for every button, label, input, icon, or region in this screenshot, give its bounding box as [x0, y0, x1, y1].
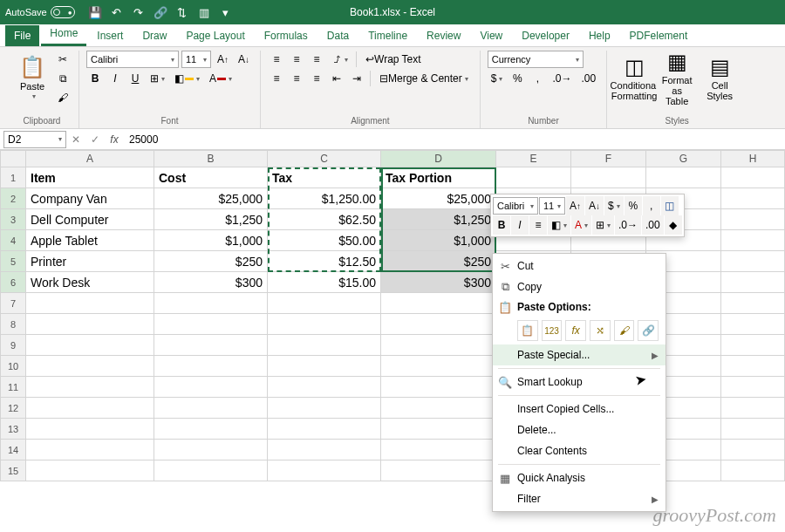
shrink-font-button[interactable]: A↓	[235, 51, 253, 68]
mini-clear[interactable]: ◆	[665, 215, 682, 235]
tab-formulas[interactable]: Formulas	[256, 25, 317, 46]
cell-D10[interactable]	[381, 356, 496, 377]
link-icon[interactable]: 🔗	[151, 3, 170, 22]
cell-A7[interactable]	[26, 293, 154, 314]
cell-A14[interactable]	[26, 440, 154, 460]
cell-A1[interactable]: Item	[26, 167, 154, 188]
conditional-formatting-button[interactable]: ◫Conditional Formatting	[614, 51, 654, 106]
tab-help[interactable]: Help	[580, 25, 619, 46]
cell-B12[interactable]	[154, 398, 268, 419]
cell-H10[interactable]	[721, 356, 785, 377]
number-format-select[interactable]: Currency▾	[488, 51, 584, 68]
cell-D6[interactable]: $300	[381, 272, 496, 293]
paste-button[interactable]: 📋Paste▾	[12, 51, 52, 106]
cell-A11[interactable]	[26, 377, 154, 398]
name-box[interactable]: D2▾	[3, 131, 66, 148]
autosave-toggle[interactable]: AutoSave ●	[5, 6, 75, 18]
format-painter-button[interactable]: 🖌	[54, 89, 72, 106]
redo-icon[interactable]: ↷	[129, 3, 148, 22]
tab-timeline[interactable]: Timeline	[359, 25, 416, 46]
cancel-formula-button[interactable]: ✕	[66, 133, 85, 146]
cell-C1[interactable]: Tax	[268, 167, 381, 188]
orientation-button[interactable]: ⭜▾	[328, 51, 352, 68]
col-header-F[interactable]: F	[571, 150, 646, 167]
cell-C7[interactable]	[268, 293, 381, 314]
cell-C13[interactable]	[268, 419, 381, 440]
mini-size-select[interactable]: 11▾	[539, 197, 565, 215]
cell-H13[interactable]	[721, 419, 785, 440]
decrease-decimal-button[interactable]: .00	[577, 70, 599, 87]
context-quick-analysis[interactable]: ▦Quick Analysis	[493, 467, 666, 488]
increase-decimal-button[interactable]: .0→	[549, 70, 575, 87]
align-middle-button[interactable]: ≡	[288, 51, 305, 68]
cell-H12[interactable]	[721, 398, 785, 419]
mini-comma[interactable]: ,	[643, 196, 660, 215]
cell-B15[interactable]	[154, 460, 268, 481]
font-size-select[interactable]: 11▾	[181, 51, 211, 68]
mini-percent[interactable]: %	[625, 196, 642, 215]
cell-C12[interactable]	[268, 398, 381, 419]
col-header-D[interactable]: D	[381, 150, 496, 167]
tab-view[interactable]: View	[471, 25, 511, 46]
cell-D2[interactable]: $25,000	[381, 188, 496, 209]
context-clear-contents[interactable]: Clear Contents	[493, 440, 666, 461]
cell-C15[interactable]	[268, 460, 381, 481]
percent-button[interactable]: %	[509, 70, 526, 87]
tab-home[interactable]: Home	[41, 23, 86, 46]
mini-align[interactable]: ≡	[529, 215, 547, 235]
mini-italic[interactable]: I	[511, 215, 529, 235]
paste-formatting-icon[interactable]: 🖌	[614, 320, 635, 341]
cell-B6[interactable]: $300	[154, 272, 268, 293]
cell-H14[interactable]	[721, 440, 785, 460]
cell-D13[interactable]	[381, 419, 496, 440]
cell-D5[interactable]: $250	[381, 251, 496, 272]
paste-link-icon[interactable]: 🔗	[638, 320, 659, 341]
cell-H3[interactable]	[721, 209, 785, 230]
cell-H8[interactable]	[721, 314, 785, 335]
comma-button[interactable]: ,	[529, 70, 546, 87]
row-header-4[interactable]: 4	[0, 230, 26, 251]
context-smart-lookup[interactable]: 🔍Smart Lookup	[493, 372, 666, 392]
col-header-H[interactable]: H	[721, 150, 785, 167]
cell-A9[interactable]	[26, 335, 154, 356]
cell-A10[interactable]	[26, 356, 154, 377]
grow-font-button[interactable]: A↑	[214, 51, 232, 68]
cell-H4[interactable]	[721, 230, 785, 251]
row-header-8[interactable]: 8	[0, 314, 26, 335]
mini-font-color[interactable]: A▾	[571, 215, 591, 235]
more-icon[interactable]: ▾	[216, 3, 236, 22]
cell-H15[interactable]	[721, 460, 785, 481]
row-header-15[interactable]: 15	[0, 460, 26, 481]
paste-all-icon[interactable]: 📋	[517, 320, 538, 341]
cell-A15[interactable]	[26, 460, 154, 481]
decrease-indent-button[interactable]: ⇤	[328, 70, 345, 87]
row-header-1[interactable]: 1	[0, 167, 26, 188]
cell-styles-button[interactable]: ▤Cell Styles	[700, 51, 740, 106]
row-header-7[interactable]: 7	[0, 293, 26, 314]
cell-C3[interactable]: $62.50	[268, 209, 381, 230]
cell-B1[interactable]: Cost	[154, 167, 268, 188]
row-header-6[interactable]: 6	[0, 272, 26, 293]
border-button[interactable]: ⊞▾	[147, 70, 168, 87]
underline-button[interactable]: U	[126, 70, 144, 87]
cell-B7[interactable]	[154, 293, 268, 314]
cell-D1[interactable]: Tax Portion	[381, 167, 496, 188]
row-header-13[interactable]: 13	[0, 419, 26, 440]
tab-data[interactable]: Data	[318, 25, 358, 46]
cell-D4[interactable]: $1,000	[381, 230, 496, 251]
context-delete[interactable]: Delete...	[493, 419, 666, 440]
context-paste-special[interactable]: Paste Special...▶	[493, 344, 666, 365]
cell-D15[interactable]	[381, 460, 496, 481]
cell-B2[interactable]: $25,000	[154, 188, 268, 209]
cell-C5[interactable]: $12.50	[268, 251, 381, 272]
cell-H7[interactable]	[721, 293, 785, 314]
font-family-select[interactable]: Calibri▾	[86, 51, 179, 68]
format-as-table-button[interactable]: ▦Format as Table	[657, 51, 697, 106]
cell-H9[interactable]	[721, 335, 785, 356]
col-header-E[interactable]: E	[496, 150, 571, 167]
increase-indent-button[interactable]: ⇥	[348, 70, 365, 87]
row-header-12[interactable]: 12	[0, 398, 26, 419]
cell-D11[interactable]	[381, 377, 496, 398]
cell-A4[interactable]: Apple Tablet	[26, 230, 154, 251]
row-header-5[interactable]: 5	[0, 251, 26, 272]
